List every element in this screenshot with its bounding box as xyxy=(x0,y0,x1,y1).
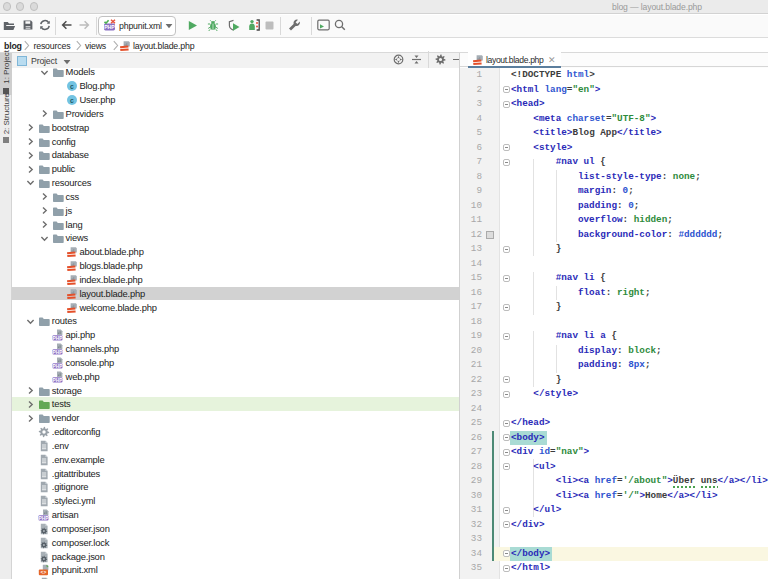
svg-text:c: c xyxy=(70,97,74,104)
svg-text:PHP: PHP xyxy=(53,377,64,382)
svg-text:PHP: PHP xyxy=(53,336,64,341)
svg-text:c: c xyxy=(70,83,74,90)
svg-text:PHP: PHP xyxy=(53,350,64,355)
svg-text:PHP: PHP xyxy=(53,363,64,368)
svg-text:PHP: PHP xyxy=(39,516,50,521)
svg-text:PHP: PHP xyxy=(104,24,115,30)
svg-text:<>: <> xyxy=(41,570,47,575)
